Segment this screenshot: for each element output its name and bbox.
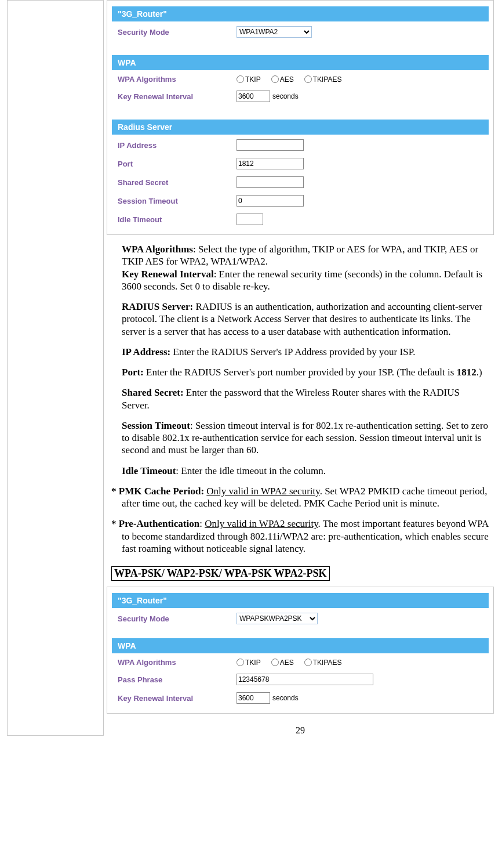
key-renewal-input[interactable] <box>237 91 270 102</box>
session-timeout-label: Session Timeout <box>118 197 237 205</box>
radius-header: Radius Server <box>112 120 489 135</box>
security-mode-select[interactable]: WPAPSKWPA2PSK <box>237 613 318 624</box>
key-renewal-label: Key Renewal Interval <box>118 694 237 703</box>
left-sidebar <box>7 0 104 736</box>
boxed-heading: WPA-PSK/ WAP2-PSK/ WPA-PSK WPA2-PSK <box>111 566 330 581</box>
desc-idle: Idle Timeout: Enter the idle timeout in … <box>111 465 489 477</box>
desc-session: Session Timeout: Session timeout interva… <box>111 419 489 457</box>
session-timeout-input[interactable] <box>237 195 304 207</box>
idle-timeout-label: Idle Timeout <box>118 215 237 224</box>
desc-preauth: * Pre-Authentication: Only valid in WPA2… <box>111 518 489 555</box>
security-mode-label: Security Mode <box>118 28 237 37</box>
page-number: 29 <box>107 725 494 736</box>
seconds-label: seconds <box>272 92 299 100</box>
port-label: Port <box>118 160 237 168</box>
security-mode-label: Security Mode <box>118 614 237 623</box>
desc-radius: RADIUS Server: RADIUS is an authenticati… <box>111 301 489 338</box>
pass-phrase-input[interactable] <box>237 674 373 685</box>
shared-secret-label: Shared Secret <box>118 178 237 187</box>
port-input[interactable] <box>237 158 304 169</box>
shared-secret-input[interactable] <box>237 176 304 188</box>
desc-ip: IP Address: Enter the RADIUS Server's IP… <box>111 346 489 358</box>
key-renewal-label: Key Renewal Interval <box>118 92 237 101</box>
desc-shared: Shared Secret: Enter the password that t… <box>111 386 489 411</box>
ip-address-input[interactable] <box>237 139 304 151</box>
desc-pmk: * PMK Cache Period: Only valid in WPA2 s… <box>111 485 489 510</box>
ip-address-label: IP Address <box>118 141 237 150</box>
key-renewal-input[interactable] <box>237 692 270 704</box>
description-block: WPA Algorithms: Select the type of algor… <box>111 243 489 555</box>
radio-tkipaes[interactable]: TKIPAES <box>304 659 342 667</box>
pass-phrase-label: Pass Phrase <box>118 675 237 684</box>
desc-wpa-algorithms: WPA Algorithms: Select the type of algor… <box>111 243 489 292</box>
idle-timeout-input[interactable] <box>237 214 263 225</box>
panel-title: "3G_Router" <box>112 6 489 21</box>
security-mode-select[interactable]: WPA1WPA2 <box>237 26 312 38</box>
wpa-header: WPA <box>112 638 489 653</box>
seconds-label: seconds <box>272 694 299 702</box>
router-panel-wpa: "3G_Router" Security Mode WPA1WPA2 WPA W… <box>107 0 494 235</box>
radio-aes[interactable]: AES <box>271 75 294 84</box>
panel-title: "3G_Router" <box>112 593 489 608</box>
radio-tkipaes[interactable]: TKIPAES <box>304 75 342 84</box>
wpa-algorithms-label: WPA Algorithms <box>118 75 237 84</box>
radio-tkip[interactable]: TKIP <box>237 659 261 667</box>
main-content: "3G_Router" Security Mode WPA1WPA2 WPA W… <box>107 0 494 736</box>
router-panel-psk: "3G_Router" Security Mode WPAPSKWPA2PSK … <box>107 587 494 714</box>
wpa-header: WPA <box>112 55 489 70</box>
wpa-algorithms-label: WPA Algorithms <box>118 658 237 667</box>
radio-tkip[interactable]: TKIP <box>237 75 261 84</box>
radio-aes[interactable]: AES <box>271 659 294 667</box>
desc-port: Port: Enter the RADIUS Server's port num… <box>111 366 489 378</box>
